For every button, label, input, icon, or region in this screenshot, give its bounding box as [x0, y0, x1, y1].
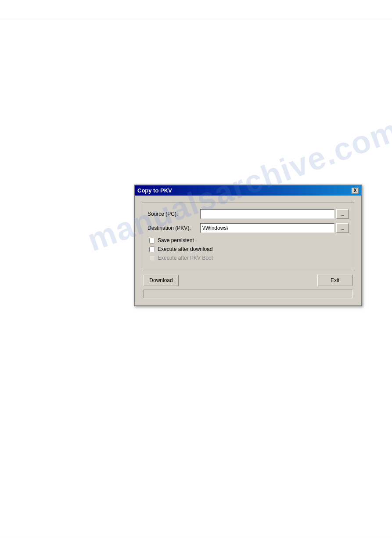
- source-label: Source (PC):: [147, 211, 200, 217]
- dialog-body: Source (PC): ... Destination (PKV): ... …: [135, 196, 361, 305]
- bottom-border: [0, 535, 392, 535]
- dialog-title: Copy to PKV: [137, 187, 172, 194]
- exit-button[interactable]: Exit: [317, 275, 352, 286]
- dialog-footer: Download Exit: [142, 275, 354, 286]
- source-row: Source (PC): ...: [147, 209, 349, 219]
- destination-browse-button[interactable]: ...: [336, 223, 349, 233]
- close-button[interactable]: X: [352, 188, 359, 194]
- copy-to-pkv-dialog: Copy to PKV X Source (PC): ... Destinati…: [134, 185, 362, 306]
- destination-input[interactable]: [200, 223, 334, 233]
- execute-after-download-checkbox[interactable]: [149, 247, 155, 252]
- save-persistent-row: Save persistent: [149, 237, 349, 243]
- source-browse-button[interactable]: ...: [336, 209, 349, 219]
- save-persistent-checkbox[interactable]: [149, 238, 155, 243]
- save-persistent-label: Save persistent: [158, 237, 194, 243]
- status-bar: [144, 290, 352, 298]
- dialog-content-area: Source (PC): ... Destination (PKV): ... …: [142, 203, 354, 270]
- execute-after-pkv-boot-row: Execute after PKV Boot: [149, 255, 349, 261]
- top-border: [0, 20, 392, 20]
- execute-after-pkv-boot-checkbox: [149, 255, 155, 261]
- execute-after-download-row: Execute after download: [149, 246, 349, 252]
- destination-row: Destination (PKV): ...: [147, 223, 349, 233]
- download-button[interactable]: Download: [144, 275, 179, 286]
- execute-after-pkv-boot-label: Execute after PKV Boot: [158, 255, 213, 261]
- execute-after-download-label: Execute after download: [158, 246, 212, 252]
- source-input[interactable]: [200, 209, 334, 219]
- destination-label: Destination (PKV):: [147, 225, 200, 231]
- dialog-titlebar: Copy to PKV X: [135, 185, 361, 196]
